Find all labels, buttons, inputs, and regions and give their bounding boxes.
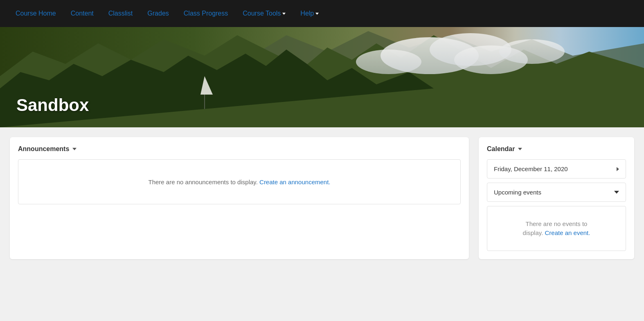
nav-class-progress[interactable]: Class Progress	[176, 0, 235, 27]
announcements-chevron-icon[interactable]	[72, 148, 77, 150]
nav-classlist[interactable]: Classlist	[101, 0, 140, 27]
upcoming-events-row[interactable]: Upcoming events	[487, 183, 626, 202]
svg-point-9	[499, 39, 565, 64]
nav-course-tools[interactable]: Course Tools	[235, 0, 293, 27]
main-content: Announcements There are no announcements…	[0, 127, 644, 269]
create-event-link[interactable]: Create an event.	[545, 229, 590, 236]
upcoming-events-label: Upcoming events	[494, 189, 541, 196]
help-chevron-icon	[315, 13, 319, 15]
course-tools-chevron-icon	[282, 13, 286, 15]
nav-grades[interactable]: Grades	[140, 0, 176, 27]
no-events-text: There are no events to display. Create a…	[523, 219, 590, 238]
calendar-card: Calendar Friday, December 11, 2020 Upcom…	[479, 137, 634, 259]
no-events-box: There are no events to display. Create a…	[487, 206, 626, 251]
calendar-date: Friday, December 11, 2020	[494, 165, 568, 172]
hero-banner: Sandbox	[0, 27, 644, 127]
announcements-title: Announcements	[18, 145, 69, 153]
announcements-header: Announcements	[18, 145, 461, 153]
create-announcement-link[interactable]: Create an announcement.	[259, 179, 330, 185]
calendar-panel: Calendar Friday, December 11, 2020 Upcom…	[479, 137, 634, 259]
nav-help-label: Help	[300, 10, 314, 17]
main-nav: Course Home Content Classlist Grades Cla…	[0, 0, 644, 27]
calendar-header: Calendar	[487, 145, 626, 153]
nav-help[interactable]: Help	[293, 0, 326, 27]
svg-point-8	[356, 50, 421, 74]
nav-content[interactable]: Content	[63, 0, 101, 27]
calendar-date-row[interactable]: Friday, December 11, 2020	[487, 159, 626, 179]
upcoming-events-chevron-icon	[614, 191, 619, 194]
announcements-empty-text: There are no announcements to display. C…	[148, 179, 330, 185]
calendar-title: Calendar	[487, 145, 515, 153]
announcements-box: There are no announcements to display. C…	[18, 159, 461, 204]
hero-title: Sandbox	[16, 95, 89, 115]
announcements-panel: Announcements There are no announcements…	[10, 137, 469, 259]
calendar-next-icon	[617, 167, 619, 171]
nav-course-tools-label: Course Tools	[243, 10, 281, 17]
calendar-chevron-icon[interactable]	[518, 148, 522, 150]
nav-course-home[interactable]: Course Home	[8, 0, 63, 27]
